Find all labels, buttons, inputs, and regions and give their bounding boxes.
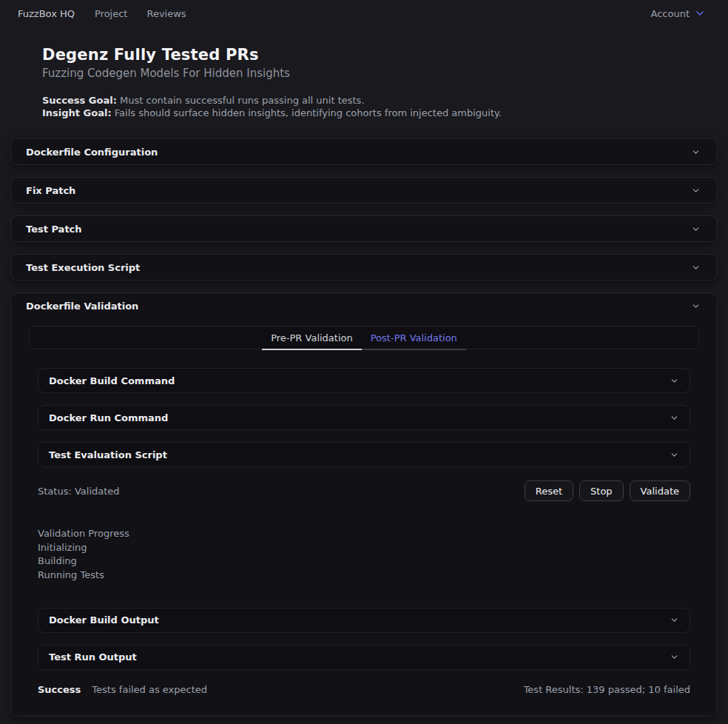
accordion-label: Test Execution Script (26, 262, 140, 273)
accordion-header-test-patch[interactable]: Test Patch (11, 216, 717, 241)
page-subtitle: Fuzzing Codegen Models For Hidden Insigh… (42, 67, 686, 80)
status-text: Status: Validated (38, 486, 120, 497)
page-title: Degenz Fully Tested PRs (42, 46, 686, 64)
validate-button[interactable]: Validate (630, 480, 690, 501)
sub-accordion-label: Docker Build Output (49, 614, 159, 626)
nav-item-project[interactable]: Project (95, 8, 127, 19)
sub-accordion-docker-run-command[interactable]: Docker Run Command (38, 405, 690, 430)
accordion-header-fix-patch[interactable]: Fix Patch (11, 178, 717, 203)
sub-accordion-label: Test Run Output (49, 651, 137, 663)
accordion-test-patch: Test Patch (10, 215, 718, 242)
accordion-dockerfile-validation: Dockerfile Validation Pre-PR Validation … (10, 292, 718, 717)
success-goal-label: Success Goal: (42, 95, 117, 106)
insight-goal-text: Fails should surface hidden insights, id… (115, 107, 502, 118)
test-results-summary: Test Results: 139 passed; 10 failed (524, 684, 690, 695)
validation-tabbar: Pre-PR Validation Post-PR Validation (29, 326, 699, 349)
reset-button[interactable]: Reset (525, 480, 573, 501)
sub-accordion-docker-build-command[interactable]: Docker Build Command (38, 368, 690, 393)
chevron-down-icon (691, 186, 701, 195)
chevron-down-icon (670, 376, 679, 386)
sub-accordion-test-evaluation-script[interactable]: Test Evaluation Script (38, 442, 690, 467)
sub-accordion-label: Docker Build Command (49, 375, 175, 386)
progress-step-running-tests: Running Tests (38, 569, 690, 580)
accordion-label: Dockerfile Validation (26, 301, 138, 312)
nav-item-reviews[interactable]: Reviews (146, 8, 186, 19)
stop-button[interactable]: Stop (579, 480, 624, 501)
tab-post-pr-validation[interactable]: Post-PR Validation (362, 326, 466, 350)
progress-step-initializing: Initializing (38, 542, 690, 553)
accordion-header-test-execution-script[interactable]: Test Execution Script (11, 255, 717, 280)
accordion-label: Dockerfile Configuration (26, 147, 158, 158)
chevron-down-icon (670, 652, 679, 662)
chevron-down-icon (670, 413, 679, 423)
accordion-label: Fix Patch (26, 185, 75, 196)
insight-goal-label: Insight Goal: (42, 107, 112, 118)
page-header: Degenz Fully Tested PRs Fuzzing Codegen … (42, 46, 686, 119)
success-goal-line: Success Goal: Must contain successful ru… (42, 94, 686, 107)
accordion-header-dockerfile-configuration[interactable]: Dockerfile Configuration (11, 139, 717, 164)
result-message: Tests failed as expected (92, 684, 207, 695)
tab-pre-pr-validation[interactable]: Pre-PR Validation (262, 326, 362, 350)
chevron-down-icon (670, 615, 679, 625)
progress-title: Validation Progress (38, 528, 690, 539)
top-nav: FuzzBox HQ Project Reviews Account (0, 0, 728, 19)
accordion-label: Test Patch (26, 224, 82, 235)
main-content: Dockerfile Configuration Fix Patch Test … (10, 138, 718, 717)
accordion-header-dockerfile-validation[interactable]: Dockerfile Validation (11, 293, 717, 318)
status-badge: Success (38, 684, 81, 695)
account-menu[interactable]: Account (651, 7, 707, 19)
chevron-down-icon (694, 7, 706, 19)
chevron-down-icon (691, 263, 701, 272)
sub-accordion-docker-build-output[interactable]: Docker Build Output (38, 608, 690, 633)
chevron-down-icon (670, 450, 679, 460)
chevron-down-icon (691, 301, 701, 311)
chevron-down-icon (691, 147, 701, 157)
goals-block: Success Goal: Must contain successful ru… (42, 94, 686, 119)
validation-progress: Validation Progress Initializing Buildin… (38, 528, 690, 580)
accordion-test-execution-script: Test Execution Script (10, 254, 718, 281)
status-row: Status: Validated Reset Stop Validate (38, 480, 690, 501)
sub-accordion-label: Test Evaluation Script (49, 449, 167, 460)
accordion-dockerfile-configuration: Dockerfile Configuration (10, 138, 718, 165)
sub-accordion-test-run-output[interactable]: Test Run Output (38, 645, 690, 670)
success-goal-text: Must contain successful runs passing all… (120, 95, 365, 106)
button-group: Reset Stop Validate (525, 480, 690, 501)
sub-accordion-label: Docker Run Command (49, 412, 168, 423)
account-label: Account (651, 8, 690, 19)
insight-goal-line: Insight Goal: Fails should surface hidde… (42, 107, 686, 119)
result-row: Success Tests failed as expected Test Re… (38, 684, 690, 695)
accordion-fix-patch: Fix Patch (10, 177, 718, 204)
chevron-down-icon (691, 224, 701, 234)
progress-step-building: Building (38, 555, 690, 566)
brand-link[interactable]: FuzzBox HQ (18, 8, 75, 19)
